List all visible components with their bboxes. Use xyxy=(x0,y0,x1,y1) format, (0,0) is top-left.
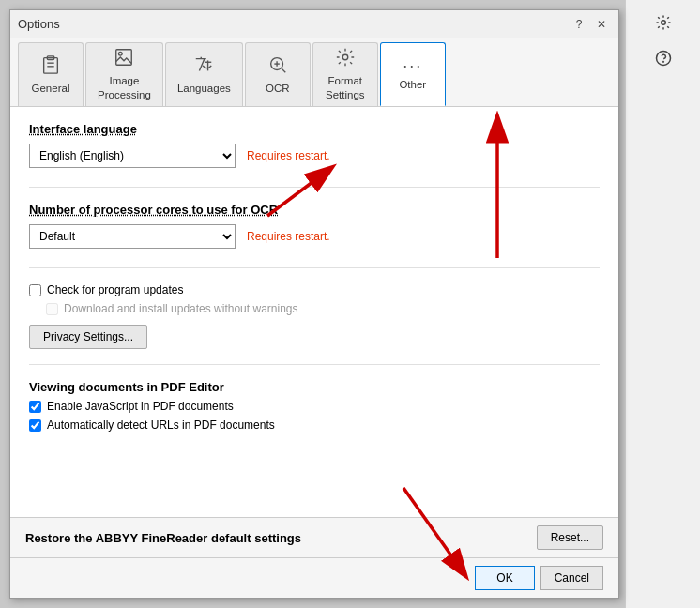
svg-point-1 xyxy=(656,52,670,66)
tab-other[interactable]: ··· Other xyxy=(380,42,446,106)
tab-general[interactable]: General xyxy=(18,42,84,106)
tab-image-processing-label: ImageProcessing xyxy=(98,74,151,102)
tab-bar: General ImageProcessing Lan xyxy=(10,38,618,107)
privacy-settings-button[interactable]: Privacy Settings... xyxy=(29,325,147,349)
svg-point-2 xyxy=(662,61,663,62)
enable-js-checkbox[interactable] xyxy=(29,401,41,413)
format-settings-tab-icon xyxy=(335,47,356,70)
download-updates-label: Download and install updates without war… xyxy=(64,302,298,315)
restore-bar: Restore the ABBYY FineReader default set… xyxy=(10,517,618,557)
interface-language-dropdown[interactable]: English (English) xyxy=(29,144,236,168)
processor-cores-restart: Requires restart. xyxy=(247,230,330,243)
cancel-button[interactable]: Cancel xyxy=(540,566,603,590)
close-button[interactable]: ✕ xyxy=(592,15,611,34)
other-tab-icon: ··· xyxy=(403,57,422,74)
enable-js-label: Enable JavaScript in PDF documents xyxy=(47,400,234,413)
title-bar: Options ? ✕ xyxy=(10,10,618,38)
reset-button[interactable]: Reset... xyxy=(537,525,603,550)
processor-cores-label: Number of processor cores to use for OCR xyxy=(29,203,600,217)
ocr-tab-icon xyxy=(267,54,288,78)
sidebar-gear-button[interactable] xyxy=(648,8,678,38)
general-tab-icon xyxy=(40,54,61,78)
detect-urls-checkbox-row: Automatically detect URLs in PDF documen… xyxy=(29,418,600,432)
processor-cores-dropdown[interactable]: Default xyxy=(29,224,236,249)
sidebar-help-button[interactable] xyxy=(648,43,678,73)
interface-language-restart: Requires restart. xyxy=(247,149,330,162)
detect-urls-checkbox[interactable] xyxy=(29,419,41,432)
svg-point-14 xyxy=(342,54,348,60)
content-area: Interface language English (English) Req… xyxy=(10,107,618,517)
pdf-editor-label: Viewing documents in PDF Editor xyxy=(29,380,600,394)
dialog-title: Options xyxy=(18,17,60,31)
enable-js-checkbox-row: Enable JavaScript in PDF documents xyxy=(29,400,600,413)
tab-general-label: General xyxy=(32,82,70,96)
tab-ocr[interactable]: OCR xyxy=(245,42,311,106)
detect-urls-label: Automatically detect URLs in PDF documen… xyxy=(47,418,275,432)
tab-format-settings[interactable]: FormatSettings xyxy=(312,42,378,106)
help-button[interactable]: ? xyxy=(570,15,588,34)
tab-languages[interactable]: Languages xyxy=(165,42,243,106)
download-updates-checkbox[interactable] xyxy=(46,303,58,315)
pdf-editor-section: Viewing documents in PDF Editor Enable J… xyxy=(29,380,600,452)
interface-language-section: Interface language English (English) Req… xyxy=(29,122,600,188)
processor-cores-section: Number of processor cores to use for OCR… xyxy=(29,203,600,268)
tab-ocr-label: OCR xyxy=(266,82,290,96)
svg-point-8 xyxy=(119,53,123,56)
ok-button[interactable]: OK xyxy=(475,566,534,590)
updates-section: Check for program updates Download and i… xyxy=(29,283,600,365)
tab-image-processing[interactable]: ImageProcessing xyxy=(85,42,163,106)
tab-languages-label: Languages xyxy=(177,82,231,96)
dialog-footer: OK Cancel xyxy=(10,557,618,598)
restore-label: Restore the ABBYY FineReader default set… xyxy=(25,531,301,545)
interface-language-label: Interface language xyxy=(29,122,600,136)
svg-rect-7 xyxy=(116,50,132,66)
updates-label: Check for program updates xyxy=(47,283,183,296)
svg-line-11 xyxy=(282,68,285,72)
tab-format-settings-label: FormatSettings xyxy=(326,74,365,102)
svg-point-0 xyxy=(661,21,665,25)
download-updates-checkbox-row: Download and install updates without war… xyxy=(46,302,600,315)
languages-tab-icon xyxy=(193,54,214,78)
right-sidebar xyxy=(625,0,700,608)
updates-checkbox-row: Check for program updates xyxy=(29,283,600,296)
image-processing-tab-icon xyxy=(114,47,134,70)
options-dialog: Options ? ✕ General xyxy=(9,9,619,599)
tab-other-label: Other xyxy=(399,78,426,92)
updates-checkbox[interactable] xyxy=(29,284,41,296)
